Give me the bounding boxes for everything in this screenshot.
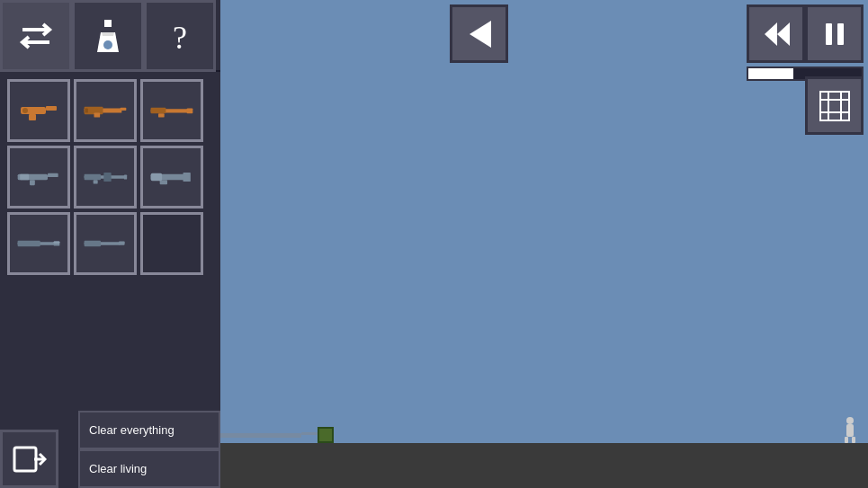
exit-button[interactable] (0, 430, 58, 488)
weapon-slot-4[interactable] (7, 146, 70, 209)
rifle-icon (83, 100, 128, 121)
minigun-icon (16, 233, 61, 254)
svg-rect-21 (20, 174, 29, 181)
weapon-slot-9[interactable] (140, 212, 203, 275)
svg-rect-17 (158, 113, 165, 117)
small-figure (841, 416, 859, 443)
svg-rect-20 (30, 180, 35, 185)
help-button[interactable]: ? (144, 0, 216, 72)
svg-rect-11 (94, 113, 101, 118)
svg-rect-51 (301, 432, 318, 435)
svg-rect-54 (845, 437, 848, 443)
svg-rect-25 (94, 180, 98, 183)
svg-rect-19 (48, 173, 58, 177)
grid-toggle-button[interactable] (805, 76, 864, 135)
toolbar: ? (0, 0, 220, 72)
svg-rect-26 (103, 173, 111, 182)
svg-marker-42 (777, 22, 790, 46)
bottom-left-area: Clear everything Clear living (0, 407, 220, 488)
help-icon: ? (166, 18, 194, 54)
svg-rect-34 (54, 242, 60, 244)
back-button[interactable] (450, 4, 508, 63)
svg-rect-55 (852, 437, 855, 443)
pistol-icon (16, 100, 61, 121)
ground (220, 443, 868, 488)
svg-rect-53 (846, 424, 854, 437)
weapon-slot-8[interactable] (74, 212, 137, 275)
character-sprite (318, 427, 334, 443)
context-menu: Clear everything Clear living (78, 411, 220, 488)
ground-weapon-icon (220, 429, 319, 443)
svg-rect-12 (121, 108, 127, 111)
pause-icon (820, 20, 849, 49)
svg-rect-24 (124, 175, 127, 180)
weapon-slot-5[interactable] (74, 146, 137, 209)
svg-rect-6 (46, 106, 57, 111)
heavy-icon (149, 166, 194, 188)
clear-everything-button[interactable]: Clear everything (78, 411, 220, 449)
game-area (220, 0, 868, 488)
svg-marker-40 (470, 21, 491, 48)
rewind-icon (759, 21, 793, 48)
sniper-icon (83, 166, 128, 188)
svg-point-8 (22, 108, 28, 113)
shotgun-icon (149, 100, 194, 121)
svg-rect-23 (85, 174, 101, 181)
clear-living-button[interactable]: Clear living (78, 449, 220, 488)
pistol2-icon (83, 233, 128, 254)
grid-icon (817, 88, 853, 124)
pause-button[interactable] (805, 4, 864, 63)
svg-rect-0 (104, 20, 112, 27)
svg-marker-3 (102, 32, 114, 36)
smg-icon (16, 166, 61, 188)
svg-rect-7 (29, 114, 36, 120)
svg-rect-50 (220, 433, 301, 438)
weapon-slot-7[interactable] (7, 212, 70, 275)
svg-point-2 (103, 40, 112, 49)
exit-icon (13, 442, 47, 476)
svg-rect-44 (837, 23, 844, 45)
back-icon (462, 17, 497, 51)
figure-icon (841, 416, 859, 443)
svg-text:?: ? (173, 20, 187, 54)
swap-button[interactable] (0, 0, 72, 72)
svg-rect-28 (183, 173, 191, 182)
svg-rect-15 (151, 108, 166, 114)
weapon-slot-2[interactable] (74, 79, 137, 142)
weapon-slot-3[interactable] (140, 79, 203, 142)
playback-controls (747, 4, 864, 63)
potion-icon (94, 18, 122, 54)
svg-rect-49 (820, 92, 849, 120)
weapon-slot-1[interactable] (7, 79, 70, 142)
svg-rect-38 (14, 448, 36, 471)
potion-button[interactable] (72, 0, 144, 72)
svg-rect-36 (85, 241, 101, 247)
progress-bar (748, 68, 793, 79)
top-right-controls (747, 4, 864, 81)
svg-rect-13 (85, 109, 88, 113)
svg-rect-30 (151, 173, 163, 181)
svg-rect-43 (826, 23, 832, 45)
rewind-button[interactable] (747, 4, 805, 63)
svg-marker-41 (765, 22, 777, 46)
svg-rect-37 (119, 242, 125, 245)
weapon-slot-6[interactable] (140, 146, 203, 209)
svg-rect-32 (18, 241, 40, 247)
svg-rect-16 (187, 109, 193, 114)
swap-icon (18, 22, 54, 49)
svg-point-52 (846, 417, 854, 424)
